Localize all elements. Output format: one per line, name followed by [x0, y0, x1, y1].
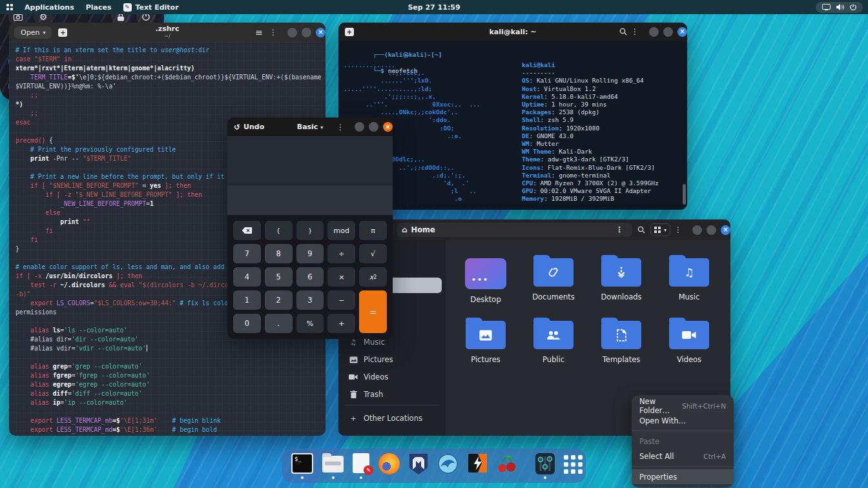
- terminal-minimize-button[interactable]: [649, 27, 659, 37]
- calculator-maximize-button[interactable]: [369, 122, 378, 132]
- calculator-headerbar[interactable]: ↺ Undo Basic ▾ ⋮ ×: [227, 117, 393, 136]
- open-button[interactable]: Open ▾: [14, 26, 52, 39]
- menu-applications[interactable]: Applications: [25, 3, 74, 12]
- new-tab-icon[interactable]: +: [58, 28, 67, 37]
- terminal-new-tab-icon[interactable]: +: [345, 28, 354, 36]
- calc-key-0[interactable]: 0: [233, 314, 261, 333]
- undo-icon: ↺: [234, 123, 240, 132]
- neofetch-line: WM: Mutter: [522, 140, 659, 148]
- calc-key-3[interactable]: 3: [296, 290, 324, 310]
- code-line: # If this is an xterm set the title to u…: [16, 46, 323, 55]
- system-status-area[interactable]: [816, 2, 863, 13]
- calc-key-decimal[interactable]: .: [265, 314, 293, 333]
- text-editor-headerbar[interactable]: Open ▾ + .zshrc ~/ ≡ ⋮ ×: [9, 23, 326, 42]
- calc-key-6[interactable]: 6: [296, 267, 324, 287]
- dock-item-burpsuite[interactable]: [468, 453, 488, 479]
- undo-button[interactable]: ↺ Undo: [234, 123, 264, 132]
- activities-grid-icon[interactable]: [6, 4, 13, 10]
- calc-key-1[interactable]: 1: [233, 290, 261, 310]
- context-menu-item-properties[interactable]: Properties: [632, 469, 734, 484]
- calc-key-8[interactable]: 8: [265, 244, 293, 263]
- context-menu-item-select-all[interactable]: Select AllCtrl+A: [632, 449, 734, 463]
- undo-label: Undo: [243, 123, 264, 131]
- calc-key-backspace[interactable]: [233, 221, 261, 240]
- dock-item-files[interactable]: [322, 453, 344, 479]
- files-headerbar[interactable]: ⌂ Home ⋮ ▾ ⋮ ×: [338, 219, 730, 240]
- calc-key-pi[interactable]: π: [359, 221, 387, 240]
- dock-item-tweaks[interactable]: [535, 453, 555, 479]
- terminal-scrollbar[interactable]: [683, 184, 686, 205]
- folder-templates[interactable]: Templates: [589, 321, 654, 364]
- dock-item-app-grid[interactable]: [564, 453, 583, 479]
- dock-item-wireshark[interactable]: [437, 453, 459, 479]
- terminal-menu-icon[interactable]: ⋮: [627, 27, 643, 36]
- files-maximize-button[interactable]: [707, 225, 716, 235]
- text-cursor: [147, 345, 147, 352]
- files-search-icon[interactable]: [637, 226, 645, 234]
- calc-key-divide[interactable]: ÷: [327, 244, 355, 263]
- maximize-button[interactable]: [302, 28, 311, 37]
- sidebar-item-pictures[interactable]: Pictures: [342, 352, 442, 367]
- calc-key-equals[interactable]: =: [359, 290, 387, 333]
- calc-key-9[interactable]: 9: [296, 244, 324, 263]
- folder-desktop[interactable]: •••Desktop: [453, 258, 518, 304]
- neofetch-line: Kernel: 5.18.0-kali7-amd64: [522, 93, 659, 101]
- open-button-label: Open: [21, 28, 39, 37]
- menu-places[interactable]: Places: [86, 3, 112, 12]
- dock-item-text-editor[interactable]: ✎: [353, 453, 369, 479]
- calc-key-percent[interactable]: %: [296, 314, 324, 333]
- folder-downloads[interactable]: Downloads: [589, 258, 654, 301]
- sidebar-item-videos[interactable]: Videos: [342, 369, 442, 385]
- calc-key-paren-close[interactable]: ): [296, 221, 324, 240]
- calculator-close-button[interactable]: ×: [383, 122, 393, 132]
- calc-key-paren-open[interactable]: (: [265, 221, 293, 240]
- minimize-button[interactable]: [287, 28, 297, 37]
- view-toggle[interactable]: ▾: [650, 223, 670, 236]
- calc-key-multiply[interactable]: ×: [327, 267, 355, 287]
- calc-key-sqrt[interactable]: √: [359, 244, 387, 263]
- dock-item-cherrytree[interactable]: [497, 453, 517, 479]
- clock[interactable]: Sep 27 11:59: [408, 3, 460, 12]
- sidebar-divider: [345, 405, 439, 405]
- calculator-entry-field[interactable]: [227, 185, 393, 215]
- calc-key-5[interactable]: 5: [265, 267, 293, 287]
- terminal-maximize-button[interactable]: [663, 27, 673, 37]
- dock-item-firefox[interactable]: [378, 453, 400, 479]
- files-close-button[interactable]: ×: [721, 225, 730, 235]
- dock-item-metasploit[interactable]: [409, 453, 428, 479]
- files-minimize-button[interactable]: [692, 225, 702, 235]
- path-menu-icon[interactable]: ⋮: [612, 225, 627, 234]
- context-menu-item-new-folder[interactable]: New Folder…Shift+Ctrl+N: [632, 398, 734, 413]
- files-menu-icon[interactable]: ⋮: [670, 225, 686, 234]
- hamburger-menu-icon[interactable]: ≡: [253, 27, 265, 37]
- calculator-mode-dropdown[interactable]: Basic ▾: [297, 123, 324, 131]
- folder-documents[interactable]: Documents: [521, 258, 586, 301]
- calc-key-7[interactable]: 7: [233, 244, 261, 263]
- folder-pictures[interactable]: Pictures: [453, 321, 518, 364]
- calc-key-mod[interactable]: mod: [327, 221, 355, 240]
- close-button[interactable]: ×: [316, 28, 326, 37]
- calculator-minimize-button[interactable]: [355, 122, 364, 132]
- calc-key-add[interactable]: +: [327, 314, 355, 333]
- terminal-headerbar[interactable]: + kali@kali: ~ ⋮ ×: [338, 23, 687, 41]
- calculator-menu-icon[interactable]: ⋮: [333, 123, 348, 132]
- focused-app-menu[interactable]: ✎ Text Editor: [123, 3, 179, 12]
- folder-public[interactable]: Public: [521, 321, 586, 364]
- calc-key-subtract[interactable]: −: [327, 290, 355, 310]
- sidebar-item-trash[interactable]: Trash: [342, 387, 442, 402]
- calc-key-square[interactable]: x2: [359, 267, 387, 287]
- context-menu-item-label: Paste: [639, 437, 659, 446]
- terminal-search-icon[interactable]: [619, 28, 627, 36]
- path-bar[interactable]: ⌂ Home ⋮: [397, 223, 632, 237]
- context-menu-item-open-with[interactable]: Open With…: [632, 413, 734, 428]
- terminal-close-button[interactable]: ×: [677, 27, 687, 37]
- calc-key-2[interactable]: 2: [265, 290, 293, 310]
- desktop-dots: •••: [471, 276, 489, 284]
- calc-key-4[interactable]: 4: [233, 267, 261, 287]
- dock-item-terminal[interactable]: $_: [291, 453, 313, 479]
- folder-videos[interactable]: Videos: [657, 321, 721, 364]
- folder-music[interactable]: ♫Music: [657, 258, 721, 301]
- sidebar-item-other-locations[interactable]: +Other Locations: [342, 411, 442, 426]
- editor-menu-icon[interactable]: ⋮: [265, 28, 281, 37]
- videos-glyph: [682, 330, 696, 340]
